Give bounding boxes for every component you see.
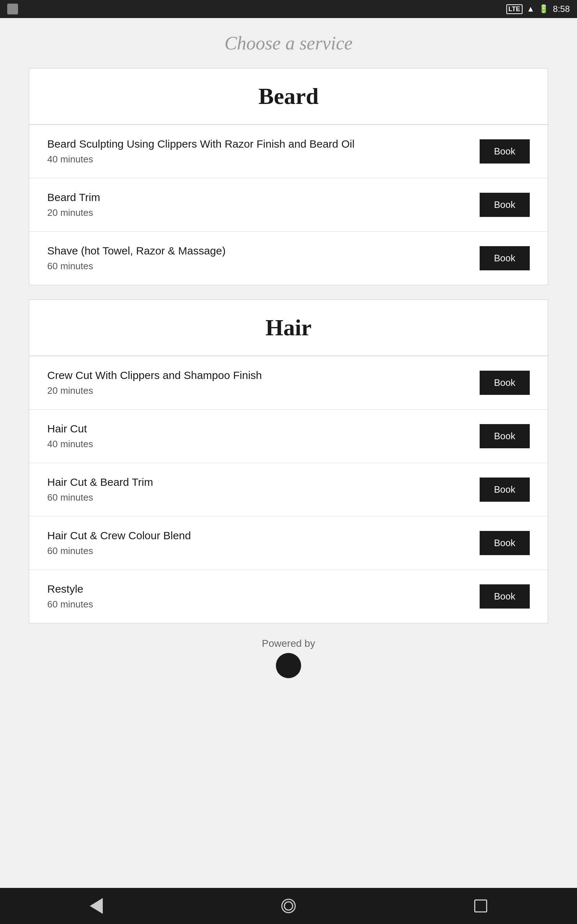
book-button-restyle[interactable]: Book <box>480 584 530 609</box>
lte-indicator: LTE <box>506 4 522 14</box>
book-button-shave[interactable]: Book <box>480 246 530 270</box>
powered-by-label: Powered by <box>262 638 315 649</box>
hair-section-header: Hair <box>29 300 548 356</box>
service-item-crew-cut: Crew Cut With Clippers and Shampoo Finis… <box>29 356 548 409</box>
service-info-beard-trim: Beard Trim 20 minutes <box>47 191 480 218</box>
footer: Powered by <box>29 624 548 685</box>
service-name-hair-cut: Hair Cut <box>47 423 480 435</box>
beard-section-header: Beard <box>29 69 548 124</box>
status-bar-left <box>7 3 18 15</box>
service-name-restyle: Restyle <box>47 583 480 595</box>
service-duration-hair-cut: 40 minutes <box>47 439 480 450</box>
hair-section: Hair Crew Cut With Clippers and Shampoo … <box>29 300 548 624</box>
signal-icon: ▲ <box>527 4 535 14</box>
service-duration-hair-cut-crew-colour: 60 minutes <box>47 545 480 557</box>
nav-back-button[interactable] <box>82 892 111 921</box>
back-icon <box>90 898 103 914</box>
recent-icon <box>474 900 487 913</box>
service-info-hair-cut-beard-trim: Hair Cut & Beard Trim 60 minutes <box>47 476 480 503</box>
beard-section-title: Beard <box>36 83 541 110</box>
service-item-hair-cut-crew-colour: Hair Cut & Crew Colour Blend 60 minutes … <box>29 516 548 570</box>
service-info-shave: Shave (hot Towel, Razor & Massage) 60 mi… <box>47 245 480 272</box>
book-button-hair-cut-crew-colour[interactable]: Book <box>480 531 530 555</box>
nav-bar <box>0 888 577 924</box>
service-name-beard-trim: Beard Trim <box>47 191 480 204</box>
service-duration-beard-sculpting: 40 minutes <box>47 154 480 165</box>
service-name-crew-cut: Crew Cut With Clippers and Shampoo Finis… <box>47 369 480 381</box>
service-info-beard-sculpting: Beard Sculpting Using Clippers With Razo… <box>47 138 480 165</box>
service-duration-beard-trim: 20 minutes <box>47 207 480 218</box>
service-duration-restyle: 60 minutes <box>47 599 480 610</box>
service-item-hair-cut: Hair Cut 40 minutes Book <box>29 409 548 463</box>
book-button-hair-cut[interactable]: Book <box>480 424 530 448</box>
service-name-hair-cut-beard-trim: Hair Cut & Beard Trim <box>47 476 480 488</box>
service-item-beard-sculpting: Beard Sculpting Using Clippers With Razo… <box>29 124 548 178</box>
service-info-hair-cut-crew-colour: Hair Cut & Crew Colour Blend 60 minutes <box>47 530 480 557</box>
nav-home-button[interactable] <box>274 892 303 921</box>
status-bar: LTE ▲ 🔋 8:58 <box>0 0 577 18</box>
service-name-shave: Shave (hot Towel, Razor & Massage) <box>47 245 480 257</box>
book-button-beard-trim[interactable]: Book <box>480 193 530 217</box>
service-item-restyle: Restyle 60 minutes Book <box>29 570 548 623</box>
service-duration-crew-cut: 20 minutes <box>47 385 480 396</box>
service-item-beard-trim: Beard Trim 20 minutes Book <box>29 178 548 231</box>
hair-section-title: Hair <box>36 314 541 341</box>
service-info-restyle: Restyle 60 minutes <box>47 583 480 610</box>
app-icon <box>7 3 18 15</box>
page-title: Choose a service <box>29 32 548 54</box>
beard-section: Beard Beard Sculpting Using Clippers Wit… <box>29 68 548 285</box>
service-item-hair-cut-beard-trim: Hair Cut & Beard Trim 60 minutes Book <box>29 463 548 516</box>
service-info-hair-cut: Hair Cut 40 minutes <box>47 423 480 450</box>
status-bar-right: LTE ▲ 🔋 8:58 <box>506 4 570 14</box>
content-area: Choose a service Beard Beard Sculpting U… <box>0 18 577 888</box>
service-name-beard-sculpting: Beard Sculpting Using Clippers With Razo… <box>47 138 480 150</box>
book-button-beard-sculpting[interactable]: Book <box>480 139 530 163</box>
time-display: 8:58 <box>553 4 570 14</box>
battery-icon: 🔋 <box>539 4 548 14</box>
book-button-crew-cut[interactable]: Book <box>480 371 530 395</box>
nav-recent-button[interactable] <box>466 892 495 921</box>
service-item-shave: Shave (hot Towel, Razor & Massage) 60 mi… <box>29 231 548 285</box>
service-duration-shave: 60 minutes <box>47 261 480 272</box>
service-duration-hair-cut-beard-trim: 60 minutes <box>47 492 480 503</box>
service-info-crew-cut: Crew Cut With Clippers and Shampoo Finis… <box>47 369 480 396</box>
service-name-hair-cut-crew-colour: Hair Cut & Crew Colour Blend <box>47 530 480 542</box>
book-button-hair-cut-beard-trim[interactable]: Book <box>480 478 530 502</box>
home-icon <box>281 899 296 913</box>
powered-by-logo <box>276 653 301 678</box>
